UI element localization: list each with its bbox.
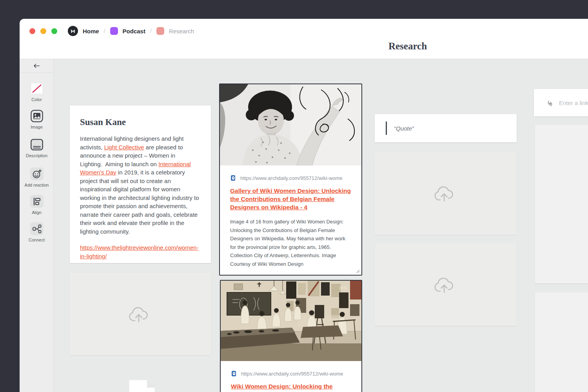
- cloud-upload-icon: [128, 305, 153, 323]
- tool-image[interactable]: Image: [20, 109, 54, 129]
- tool-label: Connect: [29, 238, 45, 242]
- window-header: Home / Podcast / Research Research: [20, 19, 588, 59]
- link-preview-photo-portrait: [220, 84, 361, 165]
- back-arrow-icon: [33, 63, 40, 69]
- note-inline-link[interactable]: Light Collective: [104, 144, 144, 151]
- link-input[interactable]: [559, 100, 588, 106]
- quote-bar: [386, 122, 387, 135]
- page-title: Research: [388, 41, 427, 52]
- tool-connect[interactable]: Connect: [20, 222, 54, 242]
- link-title[interactable]: Gallery of Wiki Women Design: Unlocking …: [230, 187, 351, 211]
- document-card-partial[interactable]: [129, 380, 155, 392]
- note-text: in 2019, it is a celebratory project tha…: [80, 169, 199, 235]
- link-card[interactable]: https://www.archdaily.com/955712/wiki-wo…: [219, 83, 362, 276]
- empty-card-partial[interactable]: [535, 125, 588, 283]
- breadcrumb-podcast-swatch[interactable]: [110, 27, 118, 35]
- link-input-card[interactable]: [534, 89, 588, 116]
- favicon: [231, 370, 237, 377]
- tool-label: Add reaction: [25, 183, 49, 187]
- breadcrumb-home[interactable]: Home: [83, 28, 99, 34]
- toolbar-sidebar: Color Image Description: [20, 59, 54, 392]
- breadcrumb-podcast[interactable]: Podcast: [123, 28, 145, 34]
- favicon: [230, 175, 236, 181]
- tool-label: Color: [31, 97, 42, 102]
- link-url-text: https://www.archdaily.com/955712/wiki-wo…: [241, 371, 351, 377]
- note-body: International lighting designers and lig…: [80, 134, 201, 236]
- upload-placeholder-card[interactable]: [375, 243, 517, 326]
- breadcrumb-separator: /: [104, 28, 105, 34]
- tool-description[interactable]: Description: [20, 138, 54, 158]
- note-card[interactable]: Susan Kane International lighting design…: [70, 105, 211, 263]
- empty-card-partial[interactable]: [535, 292, 588, 392]
- upload-placeholder-card[interactable]: [375, 152, 517, 235]
- link-card[interactable]: 1935: [220, 280, 362, 392]
- breadcrumb-research-swatch[interactable]: [156, 27, 164, 35]
- link-title[interactable]: Wiki Women Design: Unlocking the: [231, 382, 351, 390]
- cloud-upload-icon: [433, 184, 458, 203]
- breadcrumb-separator: /: [150, 28, 152, 34]
- note-title: Susan Kane: [80, 117, 201, 127]
- description-icon: [30, 138, 44, 151]
- link-url-text: https://www.archdaily.com/955712/wiki-wo…: [240, 175, 351, 181]
- breadcrumb-research: Research: [169, 28, 194, 34]
- image-icon: [30, 109, 44, 122]
- tool-label: Description: [26, 153, 47, 158]
- app-window: Home / Podcast / Research Research Color: [20, 19, 588, 392]
- traffic-light-close[interactable]: [29, 28, 35, 34]
- milanote-logo-icon[interactable]: [68, 26, 78, 36]
- add-reaction-icon: [30, 167, 44, 180]
- connect-icon: [30, 222, 44, 235]
- traffic-light-minimize[interactable]: [40, 28, 46, 34]
- photo-year-label: 1935: [339, 286, 347, 290]
- color-swatch-icon: [30, 82, 44, 95]
- tool-add-reaction[interactable]: Add reaction: [20, 167, 54, 187]
- quote-card[interactable]: “Quote”: [375, 114, 517, 142]
- note-url-link[interactable]: https://www.thelightreviewonline.com/wom…: [80, 243, 201, 260]
- collapse-sidebar-button[interactable]: [20, 59, 53, 73]
- tool-color[interactable]: Color: [20, 82, 54, 102]
- link-preview-photo-classroom: 1935: [221, 281, 361, 361]
- board-canvas[interactable]: Susan Kane International lighting design…: [54, 59, 588, 392]
- tool-label: Align: [32, 210, 41, 215]
- upload-placeholder-card[interactable]: [70, 273, 211, 355]
- tool-label: Image: [31, 125, 43, 129]
- link-icon: [546, 98, 554, 107]
- tool-align[interactable]: Align: [20, 195, 54, 215]
- align-icon: [30, 195, 44, 208]
- resize-handle-icon[interactable]: [356, 269, 360, 274]
- quote-text: “Quote”: [394, 125, 414, 132]
- link-description: Image 4 of 16 from gallery of Wiki Women…: [230, 218, 351, 268]
- traffic-light-zoom[interactable]: [51, 28, 57, 34]
- cloud-upload-icon: [433, 275, 458, 294]
